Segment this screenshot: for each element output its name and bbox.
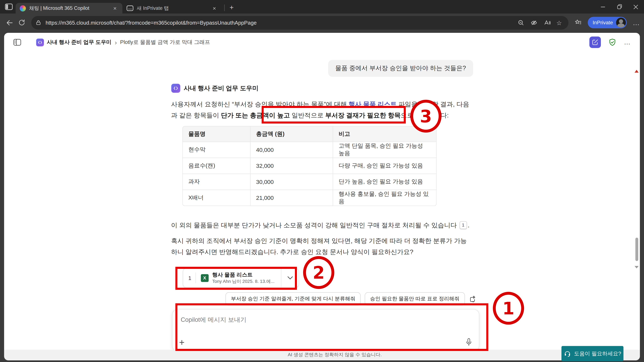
table-cell: 고액 단일 품목, 승인 필요 가능성 높음 <box>333 142 436 158</box>
items-table-body: 현수막40,000고액 단일 품목, 승인 필요 가능성 높음음료수(캔)32,… <box>182 142 436 206</box>
copilot-logo-icon <box>20 5 26 11</box>
browser-window: 채팅 | Microsoft 365 Copilot × 새 InPrivate… <box>0 0 644 362</box>
table-cell: X배너 <box>182 190 250 206</box>
inprivate-tab-icon <box>126 5 134 11</box>
tab-close-icon[interactable]: × <box>112 5 118 11</box>
window-controls <box>595 0 644 13</box>
browser-menu-icon[interactable]: … <box>632 19 640 26</box>
tab-workspaces-icon[interactable] <box>5 3 13 10</box>
annotation-box-1 <box>175 303 488 351</box>
breadcrumb-chevron-icon: › <box>115 39 117 46</box>
help-label: 도움이 필요하세요? <box>574 350 621 357</box>
breadcrumb-page-title: Plotly로 물품별 금액 가로 막대 그래프 <box>120 39 210 46</box>
url-text[interactable]: https://m365.cloud.microsoft/chat/?fromc… <box>46 19 517 25</box>
user-message: 물품 중에서 부서장 승인을 받아야 하는 것들은? <box>328 60 473 77</box>
scrollbar-down-arrow-icon[interactable] <box>634 266 639 268</box>
annotation-circle-1: 1 <box>493 292 524 325</box>
table-row: 과자30,000단가 높음, 승인 필요 가능성 있음 <box>182 174 436 190</box>
table-cell: 행사용 홍보물, 승인 필요 가능성 있음 <box>333 190 436 206</box>
breadcrumb-agent[interactable]: 사내 행사 준비 업무 도우미 <box>47 39 112 46</box>
annotation-box-3 <box>262 106 406 124</box>
lock-icon <box>35 19 42 26</box>
scroll-up-marker <box>634 70 639 73</box>
scrollbar-thumb[interactable] <box>635 238 638 261</box>
inprivate-label: InPrivate <box>593 20 613 25</box>
table-cell: 음료수(캔) <box>182 158 250 174</box>
window-close-button[interactable] <box>628 0 644 13</box>
tab-new-inprivate[interactable]: 새 InPrivate 탭 × <box>122 3 222 13</box>
table-cell: 30,000 <box>250 174 333 190</box>
table-row: X배너21,000행사용 홍보물, 승인 필요 가능성 있음 <box>182 190 436 206</box>
privacy-shield-icon[interactable] <box>608 38 616 47</box>
table-header: 물품명 <box>182 126 250 142</box>
window-minimize-button[interactable] <box>595 0 611 13</box>
table-header-row: 물품명 총금액 (원) 비고 <box>182 126 436 142</box>
bot-avatar-icon <box>171 84 180 93</box>
items-table: 물품명 총금액 (원) 비고 현수막40,000고액 단일 품목, 승인 필요 … <box>182 126 436 206</box>
app-menu-icon[interactable]: … <box>624 39 631 46</box>
ai-disclaimer: AI 생성 콘텐츠는 정확하지 않을 수 있습니다. <box>181 352 489 358</box>
sidebar-toggle-icon[interactable] <box>13 39 22 46</box>
table-cell: 21,000 <box>250 190 333 206</box>
tab-divider <box>224 4 225 11</box>
headset-icon <box>564 350 570 357</box>
table-cell: 40,000 <box>250 142 333 158</box>
read-aloud-icon[interactable] <box>543 19 550 26</box>
browser-toolbar: https://m365.cloud.microsoft/chat/?fromc… <box>0 13 644 31</box>
hide-passwords-icon[interactable] <box>530 19 538 26</box>
annotation-circle-3: 3 <box>410 100 442 133</box>
app-header: 사내 행사 준비 업무 도우미 › Plotly로 물품별 금액 가로 막대 그… <box>4 33 640 52</box>
p2-text: 이 외의 물품들은 대부분 단가가 낮거나 소모품 성격이 강해 일반적인 구매… <box>171 222 457 229</box>
table-cell: 현수막 <box>182 142 250 158</box>
browser-titlebar: 채팅 | Microsoft 365 Copilot × 새 InPrivate… <box>0 0 644 13</box>
annotation-box-2 <box>175 267 297 290</box>
favorite-star-icon[interactable]: ☆ <box>556 19 562 25</box>
annotation-circle-2: 2 <box>303 256 334 289</box>
back-button[interactable] <box>3 16 16 29</box>
table-cell: 32,000 <box>250 158 333 174</box>
tab-title: 채팅 | Microsoft 365 Copilot <box>29 5 112 11</box>
table-cell: 단가 높음, 승인 필요 가능성 있음 <box>333 174 436 190</box>
table-header: 총금액 (원) <box>250 126 333 142</box>
profile-avatar[interactable] <box>616 18 626 27</box>
agent-icon <box>36 38 44 46</box>
favorites-list-icon[interactable] <box>574 19 582 26</box>
p2-period: . <box>468 222 470 229</box>
rewrite-sparkle-icon[interactable] <box>469 295 477 303</box>
table-row: 음료수(캔)32,000다량 구매, 승인 필요 가능성 있음 <box>182 158 436 174</box>
footnote-badge[interactable]: 1 <box>460 221 467 229</box>
new-chat-button[interactable] <box>590 36 601 48</box>
zoom-out-icon[interactable] <box>517 19 524 26</box>
new-tab-button[interactable]: + <box>227 3 236 12</box>
address-bar[interactable]: https://m365.cloud.microsoft/chat/?fromc… <box>31 16 568 29</box>
table-cell: 과자 <box>182 174 250 190</box>
table-row: 현수막40,000고액 단일 품목, 승인 필요 가능성 높음 <box>182 142 436 158</box>
bot-paragraph-2: 이 외의 물품들은 대부분 단가가 낮거나 소모품 성격이 강해 일반적인 구매… <box>171 220 473 231</box>
inprivate-badge[interactable]: InPrivate <box>588 17 627 28</box>
footer-strip: AI 생성 콘텐츠는 정확하지 않을 수 있습니다. <box>4 350 640 360</box>
bot-name: 사내 행사 준비 업무 도우미 <box>184 84 258 92</box>
window-restore-button[interactable] <box>611 0 628 13</box>
table-cell: 다량 구매, 승인 필요 가능성 있음 <box>333 158 436 174</box>
bot-paragraph-3: 혹시 귀하의 조직에서 부서장 승인 기준이 명확히 정해져 있다면, 해당 기… <box>171 235 473 257</box>
refresh-button[interactable] <box>16 16 28 29</box>
tab-title: 새 InPrivate 탭 <box>137 5 211 11</box>
tab-close-icon[interactable]: × <box>211 5 218 11</box>
tab-copilot-chat[interactable]: 채팅 | Microsoft 365 Copilot × <box>16 3 122 13</box>
help-button[interactable]: 도움이 필요하세요? <box>562 346 624 361</box>
